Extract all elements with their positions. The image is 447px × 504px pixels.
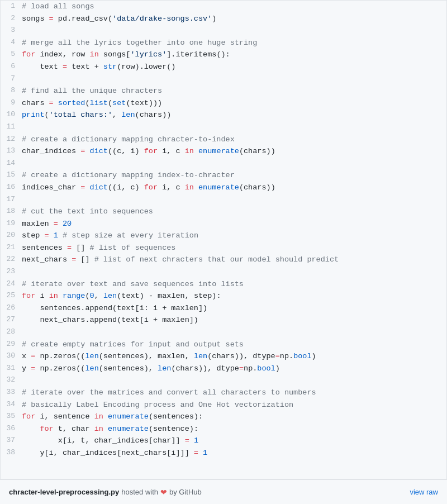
table-row: 31y = np.zeros((len(sentences), len(char… bbox=[1, 363, 446, 375]
table-row: 23 bbox=[1, 266, 446, 278]
line-code: next_chars = [] # list of next chracters… bbox=[22, 254, 446, 266]
table-row: 18# cut the text into sequences bbox=[1, 206, 446, 218]
line-code bbox=[22, 374, 446, 387]
line-code: for i, sentence in enumerate(sentences): bbox=[22, 411, 446, 423]
line-number: 37 bbox=[1, 435, 22, 447]
table-row: 33# iterate over the matrices and conver… bbox=[1, 387, 446, 399]
line-number: 5 bbox=[1, 49, 22, 61]
line-number: 3 bbox=[1, 25, 22, 37]
line-code: text = text + str(row).lower() bbox=[22, 61, 446, 73]
footer-filename: chracter-level-preprocessing.py bbox=[9, 488, 119, 496]
line-code: for index, row in songs['lyrics'].iterit… bbox=[22, 49, 446, 61]
line-number: 29 bbox=[1, 339, 22, 351]
line-number: 16 bbox=[1, 182, 22, 194]
line-code: # create a dictionary mapping index-to-c… bbox=[22, 169, 446, 182]
table-row: 4# merge all the lyrics together into on… bbox=[1, 37, 446, 49]
line-code bbox=[22, 158, 446, 170]
table-row: 17 bbox=[1, 194, 446, 206]
line-code bbox=[22, 121, 446, 134]
line-code: print('total chars:', len(chars)) bbox=[22, 109, 446, 121]
view-raw-link[interactable]: view raw bbox=[410, 488, 438, 496]
line-number: 10 bbox=[1, 109, 22, 121]
line-number: 25 bbox=[1, 290, 22, 302]
table-row: 5for index, row in songs['lyrics'].iteri… bbox=[1, 49, 446, 61]
table-row: 14 bbox=[1, 158, 446, 170]
footer: chracter-level-preprocessing.py hosted w… bbox=[0, 479, 447, 504]
table-row: 21sentences = [] # list of sequences bbox=[1, 242, 446, 254]
table-row: 29# create empty matrices for input and … bbox=[1, 339, 446, 351]
line-number: 11 bbox=[1, 121, 22, 134]
table-row: 37 x[i, t, char_indices[char]] = 1 bbox=[1, 435, 446, 447]
line-code: char_indices = dict((c, i) for i, c in e… bbox=[22, 145, 446, 158]
table-row: 1# load all songs bbox=[1, 1, 446, 13]
code-table: 1# load all songs2songs = pd.read_csv('d… bbox=[1, 1, 446, 459]
table-row: 35for i, sentence in enumerate(sentences… bbox=[1, 411, 446, 423]
line-number: 36 bbox=[1, 423, 22, 435]
code-container: 1# load all songs2songs = pd.read_csv('d… bbox=[0, 0, 447, 479]
table-row: 26 sentences.append(text[i: i + maxlen]) bbox=[1, 302, 446, 315]
line-number: 1 bbox=[1, 1, 22, 13]
table-row: 25for i in range(0, len(text) - maxlen, … bbox=[1, 290, 446, 302]
footer-hosted-text: hosted with bbox=[121, 488, 158, 496]
table-row: 22next_chars = [] # list of next chracte… bbox=[1, 254, 446, 266]
table-row: 15# create a dictionary mapping index-to… bbox=[1, 169, 446, 182]
line-code: x = np.zeros((len(sentences), maxlen, le… bbox=[22, 350, 446, 363]
line-code: chars = sorted(list(set(text))) bbox=[22, 97, 446, 110]
line-code: # merge all the lyrics together into one… bbox=[22, 37, 446, 49]
line-number: 33 bbox=[1, 387, 22, 399]
table-row: 19maxlen = 20 bbox=[1, 218, 446, 230]
line-number: 18 bbox=[1, 206, 22, 218]
table-row: 28 bbox=[1, 326, 446, 339]
table-row: 7 bbox=[1, 73, 446, 85]
line-code: y = np.zeros((len(sentences), len(chars)… bbox=[22, 363, 446, 375]
line-number: 21 bbox=[1, 242, 22, 254]
line-number: 13 bbox=[1, 145, 22, 158]
table-row: 13char_indices = dict((c, i) for i, c in… bbox=[1, 145, 446, 158]
line-code bbox=[22, 326, 446, 339]
line-code: step = 1 # step size at every iteration bbox=[22, 230, 446, 242]
line-code: y[i, char_indices[next_chars[i]]] = 1 bbox=[22, 447, 446, 459]
line-code: maxlen = 20 bbox=[22, 218, 446, 230]
line-number: 14 bbox=[1, 158, 22, 170]
line-number: 35 bbox=[1, 411, 22, 423]
line-number: 22 bbox=[1, 254, 22, 266]
table-row: 12# create a dictionary mapping chracter… bbox=[1, 134, 446, 146]
line-number: 12 bbox=[1, 134, 22, 146]
table-row: 30x = np.zeros((len(sentences), maxlen, … bbox=[1, 350, 446, 363]
footer-left: chracter-level-preprocessing.py hosted w… bbox=[9, 488, 202, 497]
line-code: for i in range(0, len(text) - maxlen, st… bbox=[22, 290, 446, 302]
footer-by-github: by GitHub bbox=[169, 488, 202, 496]
footer-heart-icon: ❤ bbox=[160, 488, 167, 497]
line-code: # find all the unique chracters bbox=[22, 85, 446, 97]
line-code: # basically Label Encoding process and O… bbox=[22, 399, 446, 411]
table-row: 2songs = pd.read_csv('data/drake-songs.c… bbox=[1, 13, 446, 25]
line-code: sentences.append(text[i: i + maxlen]) bbox=[22, 302, 446, 315]
line-code: # iterate over the matrices and convert … bbox=[22, 387, 446, 399]
code-scroll[interactable]: 1# load all songs2songs = pd.read_csv('d… bbox=[1, 1, 446, 459]
line-number: 38 bbox=[1, 447, 22, 459]
line-number: 17 bbox=[1, 194, 22, 206]
line-number: 8 bbox=[1, 85, 22, 97]
line-number: 34 bbox=[1, 399, 22, 411]
line-number: 6 bbox=[1, 61, 22, 73]
table-row: 10print('total chars:', len(chars)) bbox=[1, 109, 446, 121]
line-number: 2 bbox=[1, 13, 22, 25]
line-number: 7 bbox=[1, 73, 22, 85]
line-number: 26 bbox=[1, 302, 22, 315]
line-number: 20 bbox=[1, 230, 22, 242]
line-code: songs = pd.read_csv('data/drake-songs.cs… bbox=[22, 13, 446, 25]
line-number: 15 bbox=[1, 169, 22, 182]
table-row: 36 for t, char in enumerate(sentence): bbox=[1, 423, 446, 435]
table-row: 34# basically Label Encoding process and… bbox=[1, 399, 446, 411]
line-number: 31 bbox=[1, 363, 22, 375]
line-code: # create a dictionary mapping chracter-t… bbox=[22, 134, 446, 146]
line-code bbox=[22, 73, 446, 85]
line-code: x[i, t, char_indices[char]] = 1 bbox=[22, 435, 446, 447]
table-row: 24# iterate over text and save sequences… bbox=[1, 278, 446, 291]
table-row: 38 y[i, char_indices[next_chars[i]]] = 1 bbox=[1, 447, 446, 459]
line-number: 24 bbox=[1, 278, 22, 291]
table-row: 11 bbox=[1, 121, 446, 134]
line-number: 32 bbox=[1, 374, 22, 387]
table-row: 20step = 1 # step size at every iteratio… bbox=[1, 230, 446, 242]
line-number: 19 bbox=[1, 218, 22, 230]
